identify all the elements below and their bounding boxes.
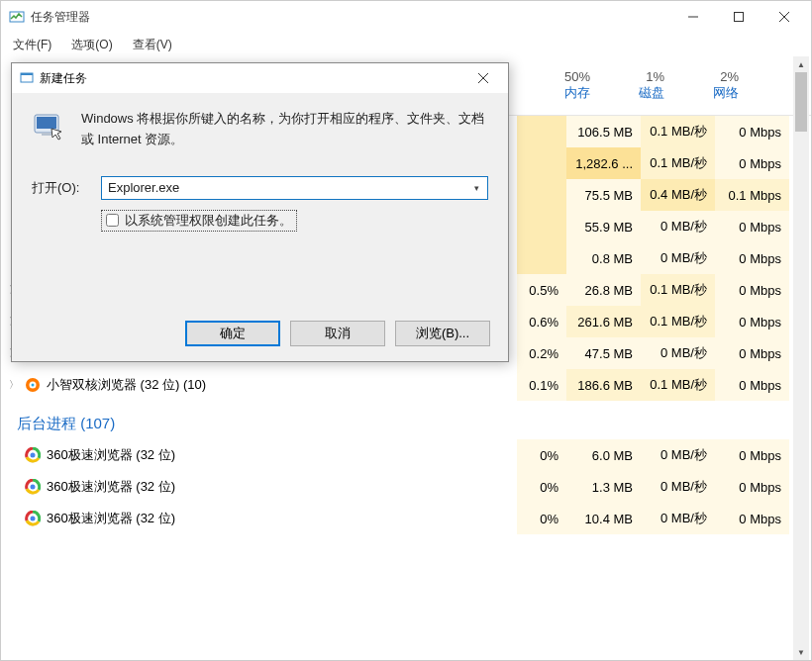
cell-network: 0 Mbps xyxy=(715,116,789,147)
cell-disk: 0 MB/秒 xyxy=(641,242,715,274)
scroll-thumb[interactable] xyxy=(795,72,807,132)
cell-cpu: 0% xyxy=(517,471,566,503)
process-name: 360极速浏览器 (32 位) xyxy=(47,510,175,527)
cell-cpu: 0% xyxy=(517,439,566,471)
section-background: 后台进程 (107) xyxy=(1,401,811,439)
minimize-button[interactable] xyxy=(670,2,716,32)
svg-point-20 xyxy=(31,517,36,521)
cell-disk: 0 MB/秒 xyxy=(641,471,715,503)
menu-options[interactable]: 选项(O) xyxy=(67,35,116,55)
col-disk[interactable]: 1% 磁盘 xyxy=(598,56,672,115)
process-name: 小智双核浏览器 (32 位) (10) xyxy=(47,376,206,394)
cell-memory: 261.6 MB xyxy=(566,306,641,337)
cell-cpu xyxy=(517,242,566,274)
cell-cpu: 0.6% xyxy=(517,306,566,337)
process-icon xyxy=(25,511,41,526)
cell-memory: 106.5 MB xyxy=(566,116,641,147)
svg-point-16 xyxy=(31,453,36,458)
cell-memory: 1,282.6 ... xyxy=(566,147,641,179)
cell-network: 0 Mbps xyxy=(715,242,789,274)
scrollbar[interactable]: ▲ ▼ xyxy=(793,56,809,660)
cancel-button[interactable]: 取消 xyxy=(290,321,385,346)
ok-button[interactable]: 确定 xyxy=(185,321,280,346)
svg-rect-22 xyxy=(21,73,33,75)
svg-rect-26 xyxy=(37,117,56,129)
cell-memory: 55.9 MB xyxy=(566,211,641,242)
dialog-titlebar: 新建任务 xyxy=(12,63,508,93)
cell-cpu xyxy=(517,147,566,179)
column-headers: 50% 内存 1% 磁盘 2% 网络 xyxy=(474,56,811,116)
svg-rect-27 xyxy=(42,133,51,136)
process-name: 360极速浏览器 (32 位) xyxy=(47,478,175,496)
close-button[interactable] xyxy=(761,2,807,32)
cell-memory: 26.8 MB xyxy=(566,274,641,306)
col-memory[interactable]: 50% 内存 xyxy=(524,56,598,115)
scroll-down-button[interactable]: ▼ xyxy=(793,644,809,660)
cell-network: 0 Mbps xyxy=(715,306,789,337)
browse-button[interactable]: 浏览(B)... xyxy=(395,321,490,346)
cell-network: 0 Mbps xyxy=(715,337,789,369)
cell-cpu: 0.2% xyxy=(517,337,566,369)
admin-checkbox[interactable] xyxy=(106,214,119,227)
cell-network: 0 Mbps xyxy=(715,211,789,242)
cell-network: 0 Mbps xyxy=(715,369,789,401)
menu-view[interactable]: 查看(V) xyxy=(129,35,176,55)
cell-network: 0.1 Mbps xyxy=(715,179,789,211)
scroll-up-button[interactable]: ▲ xyxy=(793,56,809,72)
dialog-body: Windows 将根据你所键入的名称，为你打开相应的程序、文件夹、文档或 Int… xyxy=(12,93,508,306)
col-disk-pct: 1% xyxy=(598,69,664,84)
cell-network: 0 Mbps xyxy=(715,274,789,306)
cell-memory: 6.0 MB xyxy=(566,439,641,471)
window-title: 任务管理器 xyxy=(31,9,670,26)
dialog-close-button[interactable] xyxy=(464,65,502,91)
cell-memory: 10.4 MB xyxy=(566,503,641,534)
cell-memory: 75.5 MB xyxy=(566,179,641,211)
admin-checkbox-row[interactable]: 以系统管理权限创建此任务。 xyxy=(101,210,297,232)
menubar: 文件(F) 选项(O) 查看(V) xyxy=(1,33,811,56)
cell-disk: 0.4 MB/秒 xyxy=(641,179,715,211)
open-label: 打开(O): xyxy=(32,179,91,197)
run-dialog-icon xyxy=(20,71,34,85)
process-icon xyxy=(25,447,41,463)
cell-cpu: 0.5% xyxy=(517,274,566,306)
svg-point-14 xyxy=(32,384,35,387)
scroll-track[interactable] xyxy=(793,72,809,644)
table-row[interactable]: 360极速浏览器 (32 位) 0% 10.4 MB 0 MB/秒 0 Mbps xyxy=(1,503,811,534)
cell-disk: 0 MB/秒 xyxy=(641,211,715,242)
open-combobox[interactable]: Explorer.exe ▾ xyxy=(101,176,488,200)
table-row[interactable]: 360极速浏览器 (32 位) 0% 1.3 MB 0 MB/秒 0 Mbps xyxy=(1,471,811,503)
process-name: 360极速浏览器 (32 位) xyxy=(47,446,175,464)
cell-cpu: 0.1% xyxy=(517,369,566,401)
chevron-down-icon[interactable]: ▾ xyxy=(468,180,484,196)
cell-memory: 186.6 MB xyxy=(566,369,641,401)
cell-memory: 0.8 MB xyxy=(566,242,641,274)
table-row[interactable]: 360极速浏览器 (32 位) 0% 6.0 MB 0 MB/秒 0 Mbps xyxy=(1,439,811,471)
cell-disk: 0.1 MB/秒 xyxy=(641,116,715,147)
col-network-label: 网络 xyxy=(672,84,739,102)
dialog-title: 新建任务 xyxy=(40,70,464,87)
col-disk-label: 磁盘 xyxy=(598,84,664,102)
cell-network: 0 Mbps xyxy=(715,439,789,471)
table-row[interactable]: 〉 小智双核浏览器 (32 位) (10) 0.1% 186.6 MB 0.1 … xyxy=(1,369,811,401)
cell-disk: 0.1 MB/秒 xyxy=(641,274,715,306)
cell-disk: 0.1 MB/秒 xyxy=(641,147,715,179)
col-memory-pct: 50% xyxy=(524,69,590,84)
col-network-pct: 2% xyxy=(672,69,739,84)
col-network[interactable]: 2% 网络 xyxy=(672,56,747,115)
cell-disk: 0 MB/秒 xyxy=(641,439,715,471)
admin-label: 以系统管理权限创建此任务。 xyxy=(125,212,292,230)
cell-network: 0 Mbps xyxy=(715,503,789,534)
svg-point-18 xyxy=(31,485,36,490)
menu-file[interactable]: 文件(F) xyxy=(9,35,55,55)
open-value: Explorer.exe xyxy=(108,180,179,195)
expand-icon[interactable]: 〉 xyxy=(9,378,19,392)
process-icon xyxy=(25,479,41,495)
titlebar: 任务管理器 xyxy=(1,1,811,33)
cell-disk: 0 MB/秒 xyxy=(641,337,715,369)
maximize-button[interactable] xyxy=(716,2,761,32)
cell-memory: 47.5 MB xyxy=(566,337,641,369)
cell-disk: 0 MB/秒 xyxy=(641,503,715,534)
cell-cpu xyxy=(517,211,566,242)
cell-cpu xyxy=(517,116,566,147)
cell-cpu: 0% xyxy=(517,503,566,534)
